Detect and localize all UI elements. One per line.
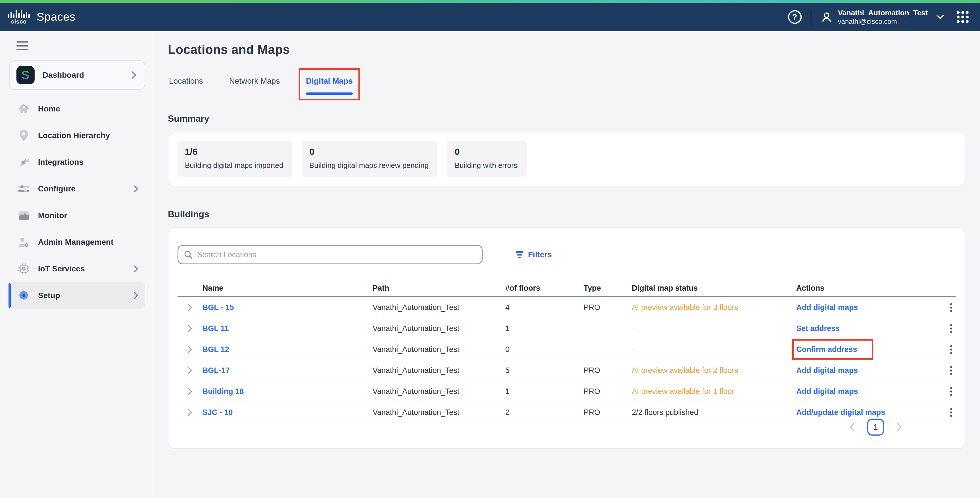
brand: cisco Spaces [8, 10, 75, 24]
building-name-link[interactable]: Building 18 [202, 387, 372, 396]
monitor-chart-icon [16, 210, 31, 221]
chevron-right-icon [134, 185, 138, 193]
digital-map-status: - [632, 345, 796, 354]
building-path: Vanathi_Automation_Test [372, 345, 505, 354]
buildings-card: Filters Name Path #of floors Type Digita… [168, 228, 965, 449]
sidebar-item-label: Location Hierarchy [38, 131, 110, 140]
sidebar-item-monitor[interactable]: Monitor [9, 202, 145, 229]
tabs: Locations Network Maps Digital Maps [168, 76, 965, 94]
kebab-menu-icon[interactable] [950, 408, 952, 417]
cisco-wordmark: cisco [11, 19, 27, 24]
row-action-link[interactable]: Add digital maps [796, 366, 858, 375]
help-icon[interactable]: ? [788, 10, 802, 24]
kebab-menu-icon[interactable] [950, 303, 952, 312]
row-action-link[interactable]: Add/update digital maps [796, 408, 885, 417]
stat-label: Building digital maps imported [185, 161, 283, 170]
sidebar-item-setup[interactable]: Setup [9, 282, 145, 309]
sidebar: S Dashboard Home Location Hierarchy [0, 31, 154, 498]
table-row: BGL 12 Vanathi_Automation_Test 0 - Confi… [178, 339, 956, 360]
row-expand-chevron-icon[interactable] [188, 388, 192, 395]
plug-icon [16, 156, 31, 168]
building-name-link[interactable]: BGL 11 [202, 324, 372, 333]
summary-heading: Summary [168, 113, 965, 124]
chevron-right-icon [132, 71, 137, 79]
kebab-menu-icon[interactable] [950, 345, 952, 354]
tab-locations[interactable]: Locations [169, 76, 203, 94]
user-icon [820, 11, 833, 23]
tab-label: Digital Maps [306, 76, 353, 85]
pagination-prev-icon[interactable] [849, 423, 855, 432]
building-name-link[interactable]: BGL-17 [202, 366, 372, 375]
kebab-menu-icon[interactable] [950, 387, 952, 396]
row-expand-chevron-icon[interactable] [188, 325, 192, 332]
table-row: BGL 11 Vanathi_Automation_Test 1 - Set a… [178, 318, 956, 339]
col-floors: #of floors [505, 284, 584, 293]
sidebar-item-configure[interactable]: Configure [9, 175, 145, 202]
col-status: Digital map status [632, 284, 796, 293]
main-content: Locations and Maps Locations Network Map… [154, 31, 980, 498]
building-name-link[interactable]: SJC - 10 [202, 408, 372, 417]
building-type: PRO [584, 387, 632, 396]
stat-tile-errors: 0 Building with errors [447, 141, 526, 177]
pagination-next-icon[interactable] [897, 423, 902, 432]
buildings-heading: Buildings [168, 209, 965, 220]
sidebar-item-label: Dashboard [43, 71, 84, 80]
pagination: 1 [849, 418, 902, 436]
chevron-right-icon [134, 292, 138, 299]
building-path: Vanathi_Automation_Test [372, 408, 505, 417]
table-header-row: Name Path #of floors Type Digital map st… [178, 280, 956, 297]
row-expand-chevron-icon[interactable] [188, 409, 192, 416]
sidebar-item-label: Admin Management [38, 238, 113, 247]
sidebar-item-dashboard[interactable]: S Dashboard [9, 60, 145, 90]
buildings-table: Name Path #of floors Type Digital map st… [178, 280, 956, 423]
row-action-link[interactable]: Add digital maps [796, 303, 858, 312]
sidebar-item-label: Integrations [38, 158, 83, 167]
kebab-menu-icon[interactable] [950, 324, 952, 333]
stat-value: 0 [455, 146, 517, 157]
sidebar-item-iot-services[interactable]: IoT Services [9, 256, 145, 282]
stat-label: Building digital maps review pending [309, 161, 429, 170]
tab-network-maps[interactable]: Network Maps [229, 76, 280, 94]
active-tab-underline [306, 92, 353, 95]
sidebar-item-admin-management[interactable]: Admin Management [9, 229, 145, 256]
tab-digital-maps[interactable]: Digital Maps [306, 76, 353, 94]
sidebar-item-label: Home [38, 104, 60, 113]
topbar-divider [811, 9, 811, 25]
sidebar-item-location-hierarchy[interactable]: Location Hierarchy [9, 122, 145, 149]
location-pin-icon [16, 129, 31, 142]
building-name-link[interactable]: BGL - 15 [202, 303, 372, 312]
summary-card: 1/6 Building digital maps imported 0 Bui… [168, 132, 965, 186]
row-action-link[interactable]: Confirm address [796, 345, 857, 354]
search-input[interactable] [197, 250, 476, 259]
row-expand-chevron-icon[interactable] [188, 346, 192, 353]
filters-button[interactable]: Filters [515, 250, 552, 259]
product-name: Spaces [37, 11, 75, 24]
filters-label: Filters [528, 250, 552, 259]
sidebar-item-label: Monitor [38, 211, 67, 220]
table-row: BGL-17 Vanathi_Automation_Test 5 PRO AI … [178, 360, 956, 381]
building-floors: 4 [505, 303, 584, 312]
building-floors: 1 [505, 324, 584, 333]
digital-map-status: 2/2 floors published [632, 408, 796, 417]
chevron-down-icon[interactable] [936, 14, 944, 19]
user-menu[interactable]: Vanathi_Automation_Test vanathi@cisco.co… [820, 8, 944, 26]
hamburger-menu-icon[interactable] [16, 41, 29, 50]
spaces-logo: S [16, 66, 35, 84]
sidebar-item-integrations[interactable]: Integrations [9, 149, 145, 175]
kebab-menu-icon[interactable] [950, 366, 952, 375]
filter-icon [515, 251, 523, 258]
stat-tile-review-pending: 0 Building digital maps review pending [302, 141, 438, 177]
apps-grid-icon[interactable] [957, 11, 969, 23]
row-action-link[interactable]: Set address [796, 324, 840, 333]
sidebar-menu: Home Location Hierarchy [0, 95, 154, 309]
sliders-icon [16, 184, 31, 194]
building-path: Vanathi_Automation_Test [372, 303, 505, 312]
row-action-link[interactable]: Add digital maps [796, 387, 858, 396]
building-name-link[interactable]: BGL 12 [202, 345, 372, 354]
sidebar-item-label: Configure [38, 185, 75, 193]
row-expand-chevron-icon[interactable] [188, 367, 192, 374]
building-path: Vanathi_Automation_Test [372, 366, 505, 375]
pagination-page-1[interactable]: 1 [867, 418, 884, 436]
sidebar-item-home[interactable]: Home [9, 95, 145, 122]
row-expand-chevron-icon[interactable] [188, 304, 192, 311]
